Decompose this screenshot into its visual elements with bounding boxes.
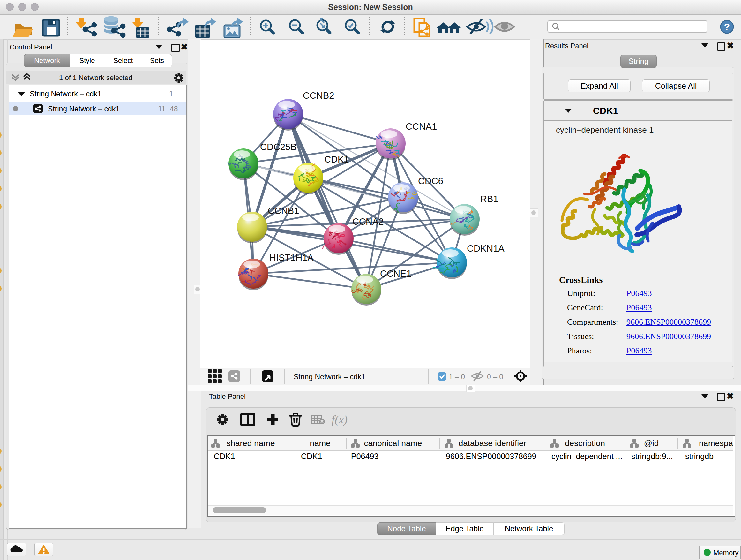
svg-text:CDC25B: CDC25B xyxy=(260,142,296,152)
svg-text:RB1: RB1 xyxy=(480,194,498,204)
svg-text:name: name xyxy=(310,438,330,448)
svg-text:CDK1: CDK1 xyxy=(324,154,349,165)
svg-text:database identifier: database identifier xyxy=(459,438,527,448)
svg-text:CCNA2: CCNA2 xyxy=(352,216,384,227)
svg-text:shared name: shared name xyxy=(226,438,275,448)
svg-text:CDC6: CDC6 xyxy=(418,176,443,186)
svg-text:HIST1H1A: HIST1H1A xyxy=(269,253,314,263)
svg-text:@id: @id xyxy=(644,438,659,448)
svg-text:f(x): f(x) xyxy=(332,413,347,426)
svg-text:namespace: namespace xyxy=(699,438,733,448)
svg-text:0 – 0: 0 – 0 xyxy=(487,373,503,381)
svg-text:String Network – cdk1: String Network – cdk1 xyxy=(293,373,365,381)
svg-text:CCNA1: CCNA1 xyxy=(406,121,437,132)
svg-text:canonical name: canonical name xyxy=(364,438,422,448)
svg-text:CCNE1: CCNE1 xyxy=(380,268,411,279)
svg-text:CCNB1: CCNB1 xyxy=(268,206,299,216)
svg-text:description: description xyxy=(565,438,605,448)
svg-text:?: ? xyxy=(724,21,730,32)
svg-text:CDKN1A: CDKN1A xyxy=(467,243,504,253)
svg-text:CCNB2: CCNB2 xyxy=(303,90,334,101)
svg-text:1 – 0: 1 – 0 xyxy=(449,373,465,381)
